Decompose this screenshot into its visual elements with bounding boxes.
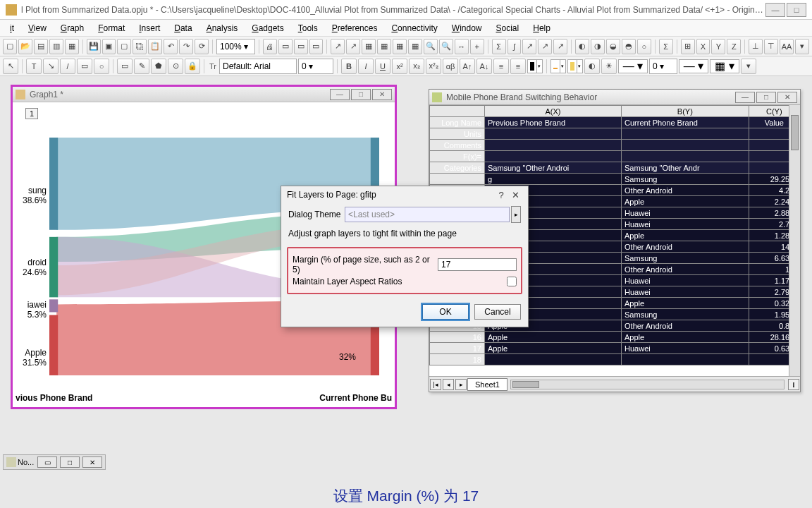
tool-draw[interactable]: ✎ — [134, 59, 149, 74]
tool-stats2[interactable]: ∫ — [508, 39, 522, 54]
tool-region[interactable]: ▭ — [117, 59, 133, 74]
tool-mask1[interactable]: ◐ — [575, 39, 589, 54]
sheet-splitter[interactable]: ⫿ — [788, 379, 799, 390]
align2[interactable]: ≡ — [510, 59, 526, 74]
greek-button[interactable]: αβ — [443, 59, 458, 74]
tool-pointer[interactable]: ↖ — [3, 59, 18, 74]
tool-text[interactable]: T — [26, 59, 42, 74]
tool-addlayer[interactable]: ▦ — [362, 39, 376, 54]
tool-antialias[interactable]: AA — [780, 39, 794, 54]
gradient-button[interactable]: ◐ — [584, 59, 600, 74]
tool-ellipse[interactable]: ○ — [94, 59, 109, 74]
tool-rect[interactable]: ▭ — [77, 59, 92, 74]
zoom-combo[interactable]: 100% ▾ — [216, 39, 255, 54]
menu-connectivity[interactable]: Connectivity — [384, 22, 444, 35]
min-max-button[interactable]: □ — [60, 456, 80, 468]
tool-reader[interactable]: + — [470, 39, 484, 54]
dialog-close-button[interactable]: ✕ — [508, 188, 522, 201]
app-minimize-button[interactable]: — — [765, 3, 785, 17]
sheet-tab[interactable]: Sheet1 — [467, 378, 508, 391]
tool-mask4[interactable]: ◓ — [622, 39, 636, 54]
menu-tools[interactable]: Tools — [291, 22, 325, 35]
tool-newmatrix[interactable]: ▦ — [65, 39, 79, 54]
tool-rescale[interactable]: ↗ — [331, 39, 345, 54]
tool-save[interactable]: 💾 — [87, 39, 101, 54]
table-row[interactable]: 16AppleApple28.16% — [430, 332, 800, 343]
tool-x[interactable]: X — [696, 39, 710, 54]
tool-slide[interactable]: ▭ — [294, 39, 308, 54]
graph-titlebar[interactable]: Graph1 * — □ ✕ — [13, 87, 395, 102]
tool-fit1[interactable]: ↗ — [522, 39, 536, 54]
linewidth-combo[interactable]: 0 ▾ — [649, 59, 677, 74]
tool-dup[interactable]: ▦ — [408, 39, 422, 54]
tool-arrow[interactable]: ↘ — [43, 59, 59, 74]
sheet-nav-prev[interactable]: ◂ — [443, 379, 454, 390]
meta-categories[interactable]: Categories — [430, 162, 485, 174]
tool-stats1[interactable]: Σ — [492, 39, 506, 54]
bold-button[interactable]: B — [341, 59, 357, 74]
tool-video[interactable]: ▭ — [309, 39, 324, 54]
workbook-close-button[interactable]: ✕ — [777, 92, 797, 103]
graph-close-button[interactable]: ✕ — [372, 89, 392, 100]
layer-index[interactable]: 1 — [25, 108, 38, 119]
decrease-font[interactable]: A↓ — [476, 59, 492, 74]
underline-button[interactable]: U — [375, 59, 390, 74]
menu-graph[interactable]: Graph — [54, 22, 91, 35]
menu-data[interactable]: Data — [167, 22, 199, 35]
app-maximize-button[interactable]: □ — [787, 3, 806, 17]
menu-insert[interactable]: Insert — [132, 22, 167, 35]
dialog-help-button[interactable]: ? — [494, 188, 508, 201]
increase-font[interactable]: A↑ — [460, 59, 475, 74]
dash-combo[interactable]: — ▾ — [679, 59, 708, 73]
sheet-nav-next[interactable]: ▸ — [455, 379, 467, 390]
tool-paste[interactable]: 📋 — [148, 39, 162, 54]
tool-redo[interactable]: ↷ — [179, 39, 193, 54]
minimized-window[interactable]: No... ▭ □ ✕ — [3, 454, 106, 470]
linestyle-combo[interactable]: — ▾ — [618, 59, 648, 73]
workbook-titlebar[interactable]: Mobile Phone Brand Switching Behavior — … — [429, 90, 800, 105]
menu-it[interactable]: it — [3, 22, 21, 35]
tool-lock[interactable]: 🔒 — [185, 59, 200, 74]
tool-y[interactable]: Y — [711, 39, 725, 54]
tool-export[interactable]: ▣ — [102, 39, 116, 54]
toolbar-overflow[interactable]: ▾ — [741, 59, 756, 74]
tool-more[interactable]: ▾ — [795, 39, 809, 54]
fillcolor-swatch[interactable]: ▾ — [567, 59, 583, 73]
menu-gadgets[interactable]: Gadgets — [245, 22, 290, 35]
italic-button[interactable]: I — [358, 59, 374, 74]
tool-merge[interactable]: ▦ — [393, 39, 407, 54]
tool-newgraph[interactable]: ▥ — [49, 39, 63, 54]
tool-open[interactable]: 📂 — [18, 39, 32, 54]
subscript-button[interactable]: x₂ — [409, 59, 424, 74]
table-row[interactable]: 17AppleHuawei0.63% — [430, 343, 800, 354]
tool-new[interactable]: ▢ — [3, 39, 17, 54]
tool-copy[interactable]: ⿻ — [133, 39, 147, 54]
worksheet-vscroll[interactable] — [789, 105, 800, 376]
fontsize-combo[interactable]: 0 ▾ — [298, 59, 333, 74]
sheet-nav-first[interactable]: |◂ — [430, 379, 441, 390]
tool-print[interactable]: 🖨 — [263, 39, 277, 54]
workbook-max-button[interactable]: □ — [756, 92, 776, 103]
aspect-checkbox[interactable] — [507, 277, 517, 286]
menu-window[interactable]: Window — [445, 22, 489, 35]
graph-min-button[interactable]: — — [330, 89, 350, 100]
tool-mask5[interactable]: ○ — [637, 39, 651, 54]
menu-preferences[interactable]: Preferences — [325, 22, 385, 35]
tool-extract[interactable]: ▦ — [377, 39, 391, 54]
col-A[interactable]: A(X) — [485, 106, 622, 117]
tool-undo[interactable]: ↶ — [164, 39, 178, 54]
tool-line[interactable]: / — [60, 59, 75, 74]
cancel-button[interactable]: Cancel — [474, 304, 521, 320]
tool-legend[interactable]: ⊞ — [681, 39, 695, 54]
tool-mask2[interactable]: ◑ — [591, 39, 605, 54]
ok-button[interactable]: OK — [422, 304, 469, 320]
menu-social[interactable]: Social — [489, 22, 527, 35]
tool-mask3[interactable]: ◒ — [606, 39, 620, 54]
menu-format[interactable]: Format — [91, 22, 132, 35]
sheet-hscroll[interactable] — [510, 380, 785, 389]
theme-dropdown[interactable]: ▸ — [511, 206, 521, 223]
workbook-min-button[interactable]: — — [735, 92, 755, 103]
tool-screen[interactable]: ▭ — [278, 39, 293, 54]
tool-rescale2[interactable]: ↗ — [346, 39, 360, 54]
table-row[interactable]: 18 — [430, 354, 800, 365]
